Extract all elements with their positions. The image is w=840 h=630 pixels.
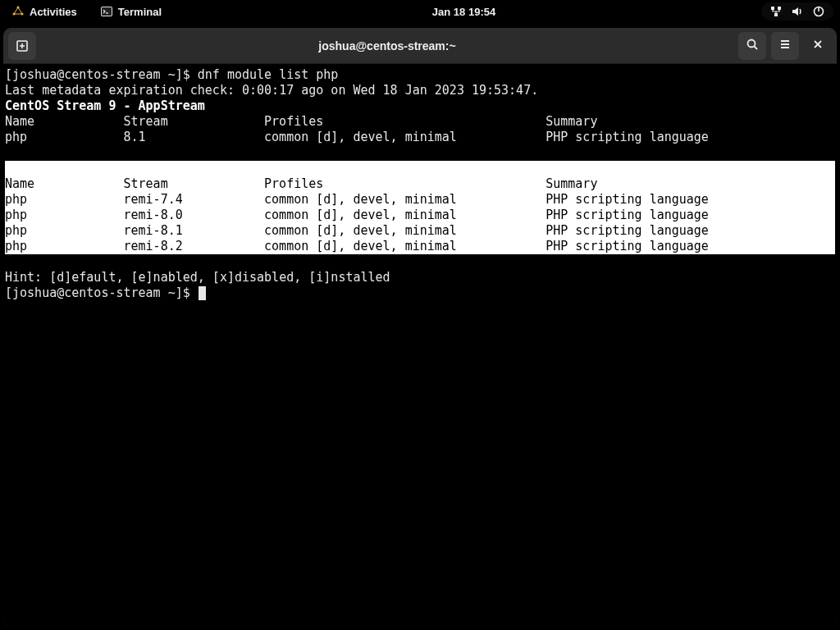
menu-button[interactable] (771, 32, 799, 60)
power-icon (812, 5, 825, 18)
svg-rect-4 (102, 7, 112, 16)
current-app-button[interactable]: Terminal (95, 3, 167, 20)
volume-icon (791, 5, 804, 18)
svg-rect-6 (771, 7, 774, 10)
clock-button[interactable]: Jan 18 19:54 (427, 4, 500, 20)
activities-label: Activities (30, 6, 77, 18)
system-status-area[interactable] (761, 2, 833, 21)
terminal-app-icon (100, 5, 113, 18)
svg-rect-7 (778, 7, 781, 10)
new-tab-button[interactable] (8, 32, 36, 60)
hamburger-icon (778, 38, 792, 54)
window-title: joshua@centos-stream:~ (41, 39, 733, 52)
terminal-window: joshua@centos-stream:~ [joshua@centos-st… (3, 28, 837, 627)
close-icon (812, 39, 824, 53)
svg-point-14 (748, 39, 756, 47)
activities-button[interactable]: Activities (7, 3, 82, 20)
clock-text: Jan 18 19:54 (432, 6, 495, 18)
network-icon (769, 5, 783, 18)
activities-icon (11, 5, 25, 18)
gnome-top-bar: Activities Terminal Jan 18 19:54 (0, 0, 840, 23)
search-icon (746, 38, 759, 54)
svg-line-15 (755, 46, 758, 49)
current-app-label: Terminal (118, 6, 162, 18)
terminal-output[interactable]: [joshua@centos-stream ~]$ dnf module lis… (3, 64, 837, 627)
search-button[interactable] (738, 32, 766, 60)
close-button[interactable] (804, 32, 832, 60)
svg-rect-8 (774, 13, 778, 16)
window-titlebar: joshua@centos-stream:~ (3, 28, 837, 64)
